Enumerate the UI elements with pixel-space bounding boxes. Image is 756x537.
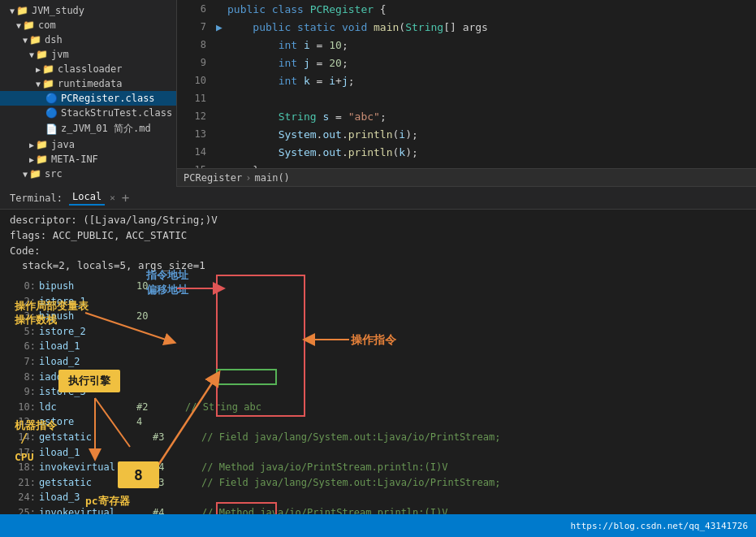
- code-text: int i = 10;: [227, 39, 348, 51]
- code-line-6: 6 public class PCRegister {: [177, 0, 756, 18]
- bc-op: ldc: [39, 400, 136, 415]
- chevron-icon: ▶: [29, 141, 34, 149]
- breadcrumb: PCRegister › main(): [177, 168, 756, 186]
- bc-addr: 10:: [10, 400, 36, 415]
- code-line-13: 13 System.out.println(i);: [177, 125, 756, 143]
- code-editor: 6 public class PCRegister { 7 ▶ public s…: [177, 0, 756, 187]
- tree-item-classloader[interactable]: ▶ 📁 classloader: [0, 62, 176, 76]
- tree-item-runtimedata[interactable]: ▼ 📁 runtimedata: [0, 76, 176, 91]
- instruction-addr-label: 指令地址 偏移地址: [146, 268, 188, 297]
- folder-icon: 📁: [29, 168, 41, 180]
- code-text: System.out.println(i);: [227, 128, 418, 141]
- status-url: https://blog.csdn.net/qq_43141726: [570, 521, 748, 531]
- bc-line-14: 14: getstatic #3 // Field java/lang/Syst…: [10, 430, 746, 445]
- operation-instr-annotation: 操作指令: [351, 333, 396, 348]
- bc-line-0: 0: bipush 10: [10, 279, 746, 294]
- bc-op: iload_1: [39, 339, 136, 354]
- breadcrumb-sep: ›: [245, 172, 251, 184]
- tree-item-meta-inf[interactable]: ▶ 📁 META-INF: [0, 152, 176, 167]
- code-text: System.out.println(k);: [227, 146, 418, 158]
- bc-addr: 8:: [10, 370, 36, 385]
- code-text: public static void main(String[] args: [227, 21, 488, 33]
- chevron-icon: ▼: [23, 36, 28, 45]
- bc-line-7: 7: iload_2: [10, 354, 746, 370]
- tree-item-stackstrutest[interactable]: 🔵 StackStruTest.class: [0, 106, 176, 120]
- cpu-label: CPU: [15, 451, 33, 463]
- chevron-icon: ▼: [29, 50, 34, 59]
- bc-comment: // Field java/lang/System.out:Ljava/io/P…: [201, 475, 500, 491]
- tree-item-java[interactable]: ▶ 📁 java: [0, 137, 176, 152]
- folder-icon: 📁: [16, 5, 28, 16]
- tree-label: classloader: [58, 63, 122, 75]
- line-number: 10: [184, 75, 206, 86]
- code-line-7: 7 ▶ public static void main(String[] arg…: [177, 18, 756, 36]
- slash-icon: /: [20, 431, 28, 446]
- line-number: 9: [184, 57, 206, 68]
- bc-arg: 4: [136, 414, 169, 430]
- tree-item-com[interactable]: ▼ 📁 com: [0, 18, 176, 32]
- local-var-annotation: 操作局部变量表操作数栈: [15, 284, 89, 327]
- folder-icon: 📁: [36, 139, 48, 150]
- bc-comment: // String abc: [185, 400, 261, 415]
- tree-item-pcregister[interactable]: 🔵 PCRegister.class: [0, 91, 176, 106]
- terminal-tab-close[interactable]: ✕: [110, 193, 115, 203]
- breadcrumb-method: main(): [254, 172, 289, 184]
- bc-addr: 9:: [10, 384, 36, 400]
- folder-icon: 📁: [29, 34, 41, 45]
- tree-label: jvm: [51, 49, 69, 60]
- code-line-11: 11: [177, 89, 756, 107]
- tree-label: runtimedata: [58, 78, 122, 89]
- tree-label: JVM_study: [32, 5, 84, 16]
- cpu-text: CPU: [15, 451, 33, 463]
- bc-addr: 25:: [10, 505, 36, 514]
- line-number: 8: [184, 39, 206, 50]
- pc-value-box: 8: [118, 461, 159, 488]
- code-line-14: 14 System.out.println(k);: [177, 143, 756, 161]
- folder-icon: 📁: [23, 19, 35, 31]
- descriptor-line: descriptor: ([Ljava/lang/String;)V: [10, 213, 746, 228]
- execute-engine-label: 执行引擎: [68, 375, 110, 387]
- tree-label: META-INF: [51, 154, 98, 165]
- bytecode-table: 0: bipush 10 2: istore_1 3: bipush 20 5:…: [0, 277, 756, 514]
- tree-label: src: [45, 168, 63, 180]
- chevron-icon: ▼: [10, 6, 15, 15]
- bc-comment: // Method java/io/PrintStream.println:(I…: [201, 505, 447, 514]
- tree-item-jvm-study[interactable]: ▼ 📁 JVM_study: [0, 3, 176, 18]
- code-line-9: 9 int j = 20;: [177, 54, 756, 71]
- local-var-text: 操作局部变量表操作数栈: [15, 300, 89, 327]
- code-line-8: 8 int i = 10;: [177, 36, 756, 54]
- stack-info: stack=2, locals=5, args_size=1: [10, 258, 746, 274]
- add-terminal-button[interactable]: +: [119, 190, 133, 206]
- tree-item-jvm[interactable]: ▼ 📁 jvm: [0, 47, 176, 62]
- code-line-10: 10 int k = i+j;: [177, 71, 756, 89]
- class-file-icon: 🔵: [45, 93, 58, 104]
- pc-register-label: pc寄存器: [85, 494, 130, 509]
- terminal-content: descriptor: ([Ljava/lang/String;)V flags…: [0, 210, 756, 277]
- file-tree: ▼ 📁 JVM_study ▼ 📁 com ▼ 📁 dsh ▼ 📁 jvm ▶ …: [0, 0, 177, 187]
- bc-op: iload_2: [39, 354, 136, 370]
- folder-icon: 📁: [42, 78, 54, 89]
- tree-item-dsh[interactable]: ▼ 📁 dsh: [0, 32, 176, 47]
- terminal-tab-local[interactable]: Local: [69, 191, 105, 206]
- tree-item-zjvm-md[interactable]: 📄 z_JVM_01 简介.md: [0, 120, 176, 137]
- line-number: 13: [184, 128, 206, 140]
- code-line-12: 12 String s = "abc";: [177, 107, 756, 125]
- breadcrumb-class: PCRegister: [184, 172, 242, 184]
- line-arrow: ▶: [216, 21, 227, 33]
- line-number: 12: [184, 110, 206, 122]
- line-number: 11: [184, 93, 206, 104]
- bc-arg: #4: [153, 505, 185, 514]
- tree-item-src[interactable]: ▼ 📁 src: [0, 167, 176, 181]
- line-number: 6: [184, 3, 206, 15]
- md-file-icon: 📄: [45, 123, 58, 135]
- tree-label: PCRegister.class: [61, 93, 155, 104]
- chevron-icon: ▼: [36, 80, 41, 89]
- bc-op: iload_1: [39, 445, 136, 461]
- bc-comment: // Method java/io/PrintStream.println:(I…: [201, 460, 447, 475]
- flags-line: flags: ACC_PUBLIC, ACC_STATIC: [10, 228, 746, 244]
- code-label: Code:: [10, 244, 746, 259]
- status-bar: https://blog.csdn.net/qq_43141726: [0, 514, 756, 537]
- class-file-icon: 🔵: [45, 107, 58, 119]
- line-number: 7: [184, 21, 206, 32]
- code-text: public class PCRegister {: [227, 3, 387, 15]
